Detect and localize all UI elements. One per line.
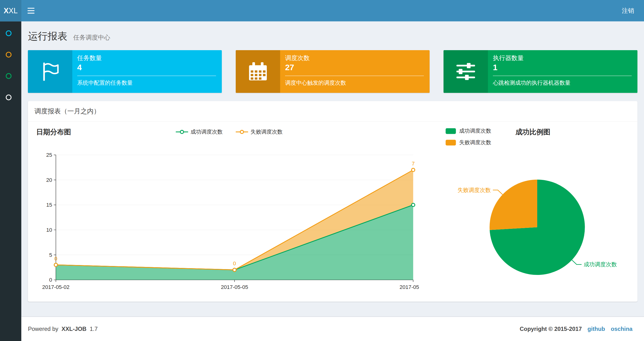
powered-by-text: Powered by XXL-JOB 1.7 xyxy=(28,317,98,341)
product-name: XXL-JOB xyxy=(62,325,86,332)
copyright-text: Copyright © 2015-2017 xyxy=(520,325,582,332)
calendar-icon xyxy=(236,50,280,93)
sidebar-item-3[interactable] xyxy=(6,73,12,79)
screen: XXL 注销 运行报表 任务调度中心 xyxy=(0,0,644,341)
svg-text:15: 15 xyxy=(46,202,52,208)
svg-text:5: 5 xyxy=(49,252,52,258)
sidebar-item-4[interactable] xyxy=(6,95,12,100)
info-box-number: 27 xyxy=(285,63,424,73)
swatch-icon xyxy=(446,128,456,134)
hamburger-icon xyxy=(27,13,34,14)
flag-icon xyxy=(28,50,72,93)
svg-text:2017-05-05: 2017-05-05 xyxy=(221,284,248,290)
sidebar-toggle-button[interactable] xyxy=(22,0,40,22)
line-marker-icon xyxy=(176,130,188,134)
divider xyxy=(77,76,216,76)
info-box-content: 调度次数 27 调度中心触发的调度次数 xyxy=(280,50,430,93)
github-link[interactable]: github xyxy=(588,325,605,332)
line-chart-legend: 成功调度次数 失败调度次数 xyxy=(44,128,414,136)
logout-link[interactable]: 注销 xyxy=(612,0,644,22)
footer: Powered by XXL-JOB 1.7 Copyright © 2015-… xyxy=(22,316,644,341)
svg-text:2017-05-02: 2017-05-02 xyxy=(42,284,70,290)
pie-chart-legend: 成功调度次数 失败调度次数 xyxy=(446,127,491,146)
svg-text:25: 25 xyxy=(46,152,52,158)
hamburger-icon xyxy=(27,10,34,11)
info-box-title: 任务数量 xyxy=(77,54,216,62)
legend-item-success[interactable]: 成功调度次数 xyxy=(176,128,222,136)
divider xyxy=(493,76,632,76)
svg-text:2017-05-08: 2017-05-08 xyxy=(400,284,419,290)
report-panel: 调度报表（一月之内） 日期分布图 成功调度次数 失败调度次数 051015202… xyxy=(28,101,638,302)
info-box-title: 执行器数量 xyxy=(493,54,632,62)
info-box-executors: 执行器数量 1 心跳检测成功的执行器机器数量 xyxy=(444,50,637,93)
sliders-icon xyxy=(444,50,488,93)
legend-label: 失败调度次数 xyxy=(250,128,282,136)
page-header: 运行报表 任务调度中心 xyxy=(22,22,644,42)
sidebar xyxy=(0,22,22,341)
powered-prefix: Powered by xyxy=(28,325,58,332)
info-box-row: 任务数量 4 系统中配置的任务数量 xyxy=(28,50,638,93)
pie-chart-title: 成功比例图 xyxy=(516,127,550,137)
app-root: XXL 注销 运行报表 任务调度中心 xyxy=(0,0,644,341)
info-box-content: 执行器数量 1 心跳检测成功的执行器机器数量 xyxy=(488,50,637,93)
page-subtitle: 任务调度中心 xyxy=(73,34,110,41)
info-box-triggers: 调度次数 27 调度中心触发的调度次数 xyxy=(236,50,430,93)
date-distribution-chart[interactable]: 05101520252017-05-022017-05-052017-05-08… xyxy=(41,152,419,294)
legend-item-fail[interactable]: 失败调度次数 xyxy=(446,139,491,146)
app-logo-bold: X xyxy=(4,6,8,15)
page-title: 运行报表 xyxy=(28,30,68,42)
svg-text:0: 0 xyxy=(233,260,236,266)
svg-text:成功调度次数: 成功调度次数 xyxy=(584,261,617,267)
legend-label: 成功调度次数 xyxy=(191,128,223,136)
info-box-jobs: 任务数量 4 系统中配置的任务数量 xyxy=(28,50,222,93)
legend-item-success[interactable]: 成功调度次数 xyxy=(446,127,491,135)
top-navbar: XXL 注销 xyxy=(0,0,644,22)
app-logo[interactable]: XXL xyxy=(0,0,22,22)
content-area: 运行报表 任务调度中心 任务数量 4 系统中配置的任务数量 xyxy=(22,22,644,317)
svg-text:0: 0 xyxy=(49,277,52,283)
sidebar-item-1[interactable] xyxy=(6,30,12,36)
svg-text:10: 10 xyxy=(46,227,52,233)
legend-item-fail[interactable]: 失败调度次数 xyxy=(236,128,282,136)
line-marker-icon xyxy=(236,130,248,134)
swatch-icon xyxy=(446,140,456,145)
product-version: 1.7 xyxy=(90,325,98,332)
legend-label: 失败调度次数 xyxy=(459,139,491,146)
legend-label: 成功调度次数 xyxy=(459,127,491,135)
info-box-description: 心跳检测成功的执行器机器数量 xyxy=(493,79,632,86)
oschina-link[interactable]: oschina xyxy=(611,325,632,332)
info-box-description: 调度中心触发的调度次数 xyxy=(285,79,424,86)
hamburger-icon xyxy=(27,8,34,9)
info-box-title: 调度次数 xyxy=(285,54,424,62)
panel-body: 日期分布图 成功调度次数 失败调度次数 05101520252017-05-02… xyxy=(28,122,638,301)
sidebar-item-2[interactable] xyxy=(6,52,12,58)
svg-text:20: 20 xyxy=(46,177,52,183)
svg-text:0: 0 xyxy=(54,256,57,262)
svg-text:失败调度次数: 失败调度次数 xyxy=(458,187,491,193)
panel-title: 调度报表（一月之内） xyxy=(28,101,638,122)
info-box-number: 4 xyxy=(77,63,216,73)
app-logo-rest: XL xyxy=(9,6,18,15)
divider xyxy=(285,76,424,76)
info-box-description: 系统中配置的任务数量 xyxy=(77,79,216,86)
info-box-content: 任务数量 4 系统中配置的任务数量 xyxy=(72,50,222,93)
success-ratio-pie-chart[interactable]: 成功调度次数失败调度次数 xyxy=(455,155,638,302)
copyright-area: Copyright © 2015-2017 github oschina xyxy=(520,317,632,341)
svg-text:7: 7 xyxy=(412,161,414,167)
info-box-number: 1 xyxy=(493,63,632,73)
